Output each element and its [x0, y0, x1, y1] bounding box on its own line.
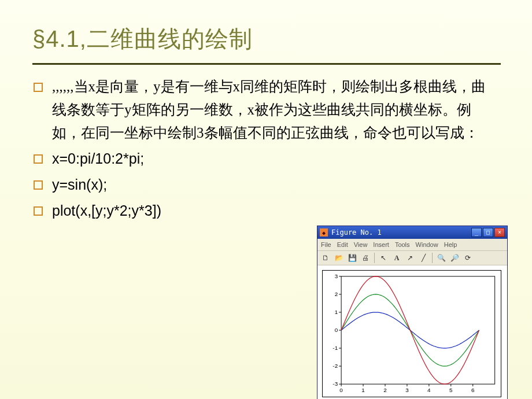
- maximize-button[interactable]: □: [483, 228, 493, 237]
- title-rule: [32, 63, 501, 65]
- code-line: y=sin(x);: [52, 176, 107, 193]
- svg-text:5: 5: [449, 387, 453, 393]
- figure-title: Figure No. 1: [331, 228, 471, 237]
- code-line: x=0:pi/10:2*pi;: [52, 150, 144, 167]
- zoom-in-icon[interactable]: 🔍: [435, 252, 447, 264]
- save-icon[interactable]: 💾: [346, 252, 358, 264]
- menu-help[interactable]: Help: [444, 241, 457, 248]
- svg-rect-0: [341, 276, 495, 384]
- bullet-code-plot: plot(x,[y;y*2;y*3]): [32, 199, 500, 223]
- toolbar-separator: [432, 253, 433, 263]
- code-line: plot(x,[y;y*2;y*3]): [52, 202, 161, 219]
- new-file-icon[interactable]: 🗋: [320, 252, 331, 264]
- svg-text:0: 0: [335, 327, 338, 333]
- svg-text:1: 1: [335, 309, 338, 315]
- arrow-icon[interactable]: ↗: [404, 252, 416, 264]
- minimize-button[interactable]: _: [471, 228, 482, 237]
- rotate-icon[interactable]: ⟳: [462, 252, 474, 264]
- toolbar: 🗋 📂 💾 🖨 ↖ A ↗ ╱ 🔍 🔎 ⟳: [317, 250, 507, 265]
- slide: §4.1,二维曲线的绘制 ,,,,,,当x是向量，y是有一维与x同维的矩阵时，则…: [0, 0, 532, 399]
- matlab-figure-window: ◆ Figure No. 1 _ □ × File Edit View Inse…: [317, 226, 508, 399]
- svg-text:3: 3: [335, 273, 338, 279]
- svg-text:6: 6: [471, 387, 475, 393]
- open-icon[interactable]: 📂: [333, 252, 345, 264]
- line-icon[interactable]: ╱: [418, 252, 429, 264]
- window-buttons: _ □ ×: [471, 228, 505, 237]
- svg-text:4: 4: [427, 387, 431, 393]
- menu-view[interactable]: View: [354, 241, 368, 248]
- bullet-paragraph: ,,,,,,当x是向量，y是有一维与x同维的矩阵时，则绘制出多根曲线，曲线条数等…: [32, 75, 500, 145]
- figure-canvas: -3-2-101230123456: [317, 265, 507, 399]
- bullet-code-x: x=0:pi/10:2*pi;: [32, 147, 500, 171]
- print-icon[interactable]: 🖨: [360, 252, 371, 264]
- slide-title: §4.1,二维曲线的绘制: [32, 23, 500, 55]
- bullet-code-y: y=sin(x);: [32, 173, 500, 197]
- svg-text:2: 2: [335, 291, 338, 297]
- svg-text:-1: -1: [332, 345, 338, 351]
- close-button[interactable]: ×: [494, 228, 505, 237]
- app-icon: ◆: [320, 228, 328, 237]
- menu-edit[interactable]: Edit: [337, 241, 348, 248]
- text-icon[interactable]: A: [391, 252, 402, 264]
- svg-text:2: 2: [383, 387, 387, 393]
- menu-bar: File Edit View Insert Tools Window Help: [317, 239, 507, 250]
- svg-text:-3: -3: [332, 380, 338, 387]
- titlebar[interactable]: ◆ Figure No. 1 _ □ ×: [317, 226, 507, 239]
- svg-text:0: 0: [339, 387, 343, 393]
- menu-tools[interactable]: Tools: [395, 241, 410, 248]
- pointer-icon[interactable]: ↖: [378, 252, 389, 264]
- menu-file[interactable]: File: [321, 241, 331, 248]
- zoom-out-icon[interactable]: 🔎: [449, 252, 460, 264]
- svg-text:1: 1: [361, 387, 365, 393]
- svg-text:3: 3: [405, 387, 409, 393]
- line-chart: -3-2-101230123456: [322, 270, 501, 397]
- menu-insert[interactable]: Insert: [373, 241, 389, 248]
- menu-window[interactable]: Window: [416, 241, 438, 248]
- toolbar-separator: [374, 253, 375, 263]
- svg-text:-2: -2: [332, 363, 338, 369]
- body-text: ,,,,,,当x是向量，y是有一维与x同维的矩阵时，则绘制出多根曲线，曲线条数等…: [32, 75, 500, 223]
